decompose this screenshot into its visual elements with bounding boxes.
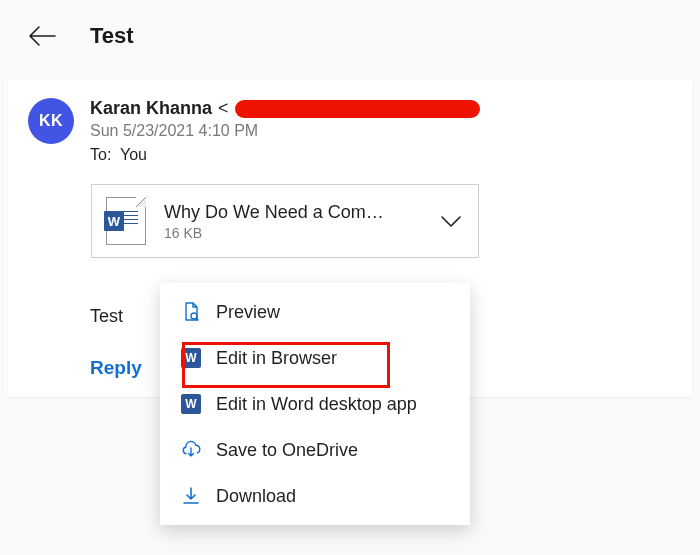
sender-line: Karan Khanna < xyxy=(90,98,674,119)
page-title: Test xyxy=(90,23,134,49)
attachment-menu: Preview W Edit in Browser W Edit in Word… xyxy=(160,283,470,525)
menu-item-preview[interactable]: Preview xyxy=(160,289,470,335)
reply-button[interactable]: Reply xyxy=(90,357,142,379)
word-icon: W xyxy=(180,393,202,415)
word-icon: W xyxy=(180,347,202,369)
email-redacted xyxy=(235,100,480,118)
word-doc-icon: W xyxy=(106,197,146,245)
menu-item-edit-browser[interactable]: W Edit in Browser xyxy=(160,335,470,381)
svg-point-0 xyxy=(191,313,197,319)
attachment-name: Why Do We Need a Com… xyxy=(164,202,430,223)
header: Test xyxy=(0,0,700,72)
cloud-download-icon xyxy=(180,439,202,461)
chevron-down-icon[interactable] xyxy=(438,212,464,230)
back-button[interactable] xyxy=(24,18,60,54)
menu-label: Save to OneDrive xyxy=(216,440,358,461)
menu-item-edit-desktop[interactable]: W Edit in Word desktop app xyxy=(160,381,470,427)
to-label: To: xyxy=(90,146,111,163)
menu-label: Download xyxy=(216,486,296,507)
recipients-value: You xyxy=(120,146,147,163)
menu-label: Edit in Word desktop app xyxy=(216,394,417,415)
download-icon xyxy=(180,485,202,507)
menu-item-save-onedrive[interactable]: Save to OneDrive xyxy=(160,427,470,473)
attachment-size: 16 KB xyxy=(164,225,430,241)
attachment-text: Why Do We Need a Com… 16 KB xyxy=(164,202,430,241)
bracket-open: < xyxy=(218,98,229,119)
sender-name: Karan Khanna xyxy=(90,98,212,119)
avatar: KK xyxy=(28,98,74,144)
attachment-chip[interactable]: W Why Do We Need a Com… 16 KB xyxy=(91,184,479,258)
menu-label: Preview xyxy=(216,302,280,323)
preview-icon xyxy=(180,301,202,323)
menu-item-download[interactable]: Download xyxy=(160,473,470,519)
arrow-left-icon xyxy=(27,25,57,47)
menu-label: Edit in Browser xyxy=(216,348,337,369)
recipients-line: To: You xyxy=(90,146,674,164)
timestamp: Sun 5/23/2021 4:10 PM xyxy=(90,122,674,140)
